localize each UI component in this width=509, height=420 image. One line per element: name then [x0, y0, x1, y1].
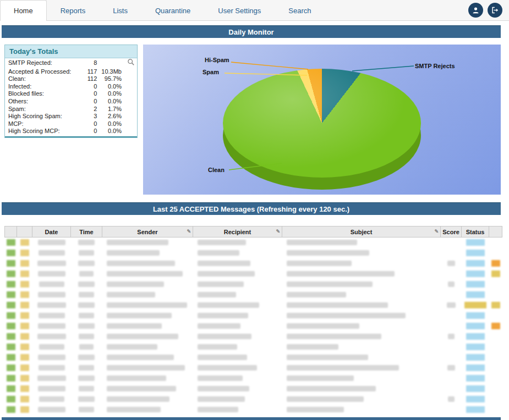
message-row[interactable]	[5, 394, 502, 405]
cell-recipient	[193, 248, 282, 258]
col-header-sender[interactable]: Sender✎	[102, 226, 193, 237]
indicator-block	[7, 364, 15, 371]
redacted-subject	[287, 386, 376, 391]
redacted-sender	[107, 302, 187, 308]
tab-lists[interactable]: Lists	[99, 0, 141, 20]
logout-button[interactable]	[488, 3, 502, 18]
cell-indicator-1	[5, 258, 17, 269]
cell-date	[32, 311, 71, 321]
cell-time	[71, 258, 102, 269]
cell-subject	[282, 342, 441, 352]
message-row[interactable]	[5, 300, 502, 311]
cell-sender	[102, 290, 193, 300]
message-row[interactable]	[5, 331, 502, 342]
redacted-recipient	[198, 261, 250, 266]
tab-search[interactable]: Search	[275, 0, 325, 20]
totals-row: Spam:21.7%	[5, 106, 137, 113]
totals-extra: 10.3Mb	[99, 68, 125, 76]
cell-status	[462, 331, 489, 342]
message-row[interactable]	[5, 311, 502, 321]
sort-icon[interactable]: ✎	[434, 229, 439, 234]
message-row[interactable]	[5, 290, 502, 300]
totals-value: 8	[80, 58, 99, 68]
totals-label: Clean:	[5, 75, 80, 83]
totals-label: High Scoring MCP:	[5, 128, 80, 137]
message-row[interactable]	[5, 269, 502, 279]
cell-indicator-1	[5, 321, 17, 331]
cell-date	[32, 321, 71, 331]
message-row[interactable]	[5, 248, 502, 258]
cell-status	[462, 352, 489, 363]
indicator-block	[20, 260, 29, 267]
cell-indicator-1	[5, 290, 17, 300]
totals-label: Infected:	[5, 83, 80, 91]
redacted-date	[39, 313, 65, 318]
totals-row: Others:00.0%	[5, 98, 137, 106]
cell-score	[441, 258, 462, 269]
message-row[interactable]	[5, 363, 502, 373]
cell-time	[71, 373, 102, 384]
cell-subject	[282, 363, 441, 373]
cell-date	[32, 248, 71, 258]
cell-status	[462, 405, 489, 415]
message-row[interactable]	[5, 405, 502, 415]
cell-sender	[102, 373, 193, 384]
message-row[interactable]	[5, 384, 502, 394]
cell-sender	[102, 269, 193, 279]
redacted-recipient	[198, 313, 248, 318]
indicator-block	[7, 250, 15, 256]
redacted-subject	[287, 355, 368, 360]
indicator-block	[20, 250, 29, 256]
cell-recipient	[193, 331, 282, 342]
indicator-block	[20, 396, 29, 402]
user-button[interactable]	[468, 3, 483, 18]
cell-score	[441, 321, 462, 331]
message-row[interactable]	[5, 237, 502, 248]
totals-row: SMTP Rejected:8	[5, 58, 137, 68]
cell-indicator-2	[17, 269, 32, 279]
tab-user-settings[interactable]: User Settings	[204, 0, 275, 20]
cell-indicator-1	[5, 237, 17, 248]
pie-chart	[223, 69, 421, 178]
cell-subject	[282, 311, 441, 321]
cell-recipient	[193, 342, 282, 352]
totals-icon-cell	[125, 128, 137, 137]
tab-home[interactable]: Home	[0, 0, 47, 21]
tab-quarantine[interactable]: Quarantine	[141, 0, 204, 20]
message-row[interactable]	[5, 258, 502, 269]
cell-subject	[282, 269, 441, 279]
cell-sender	[102, 258, 193, 269]
message-row[interactable]	[5, 373, 502, 384]
indicator-block	[7, 333, 15, 340]
totals-icon-cell	[125, 113, 137, 120]
cell-subject	[282, 321, 441, 331]
magnifier-icon[interactable]	[127, 58, 135, 66]
redacted-recipient	[198, 396, 245, 402]
cell-sender	[102, 311, 193, 321]
col-header-recipient[interactable]: Recipient✎	[193, 226, 282, 237]
redacted-sender	[107, 261, 175, 266]
message-row[interactable]	[5, 342, 502, 352]
totals-icon-cell	[125, 83, 137, 91]
cell-date	[32, 279, 71, 290]
sort-icon[interactable]: ✎	[276, 229, 280, 234]
message-row[interactable]	[5, 352, 502, 363]
col-header-blank	[489, 226, 502, 237]
redacted-sender	[107, 250, 160, 256]
message-row[interactable]	[5, 321, 502, 331]
indicator-block	[20, 344, 29, 350]
cell-end	[489, 331, 502, 342]
cell-status	[462, 394, 489, 405]
totals-value: 2	[80, 106, 99, 113]
cell-end	[489, 269, 502, 279]
indicator-block	[20, 281, 29, 288]
col-header-subject[interactable]: Subject✎	[282, 226, 441, 237]
tab-reports[interactable]: Reports	[47, 0, 100, 20]
cell-sender	[102, 342, 193, 352]
end-indicator-block	[491, 302, 500, 308]
totals-value: 112	[80, 75, 99, 83]
message-row[interactable]	[5, 279, 502, 290]
totals-value: 3	[80, 113, 99, 120]
sort-icon[interactable]: ✎	[187, 229, 191, 234]
cell-recipient	[193, 311, 282, 321]
